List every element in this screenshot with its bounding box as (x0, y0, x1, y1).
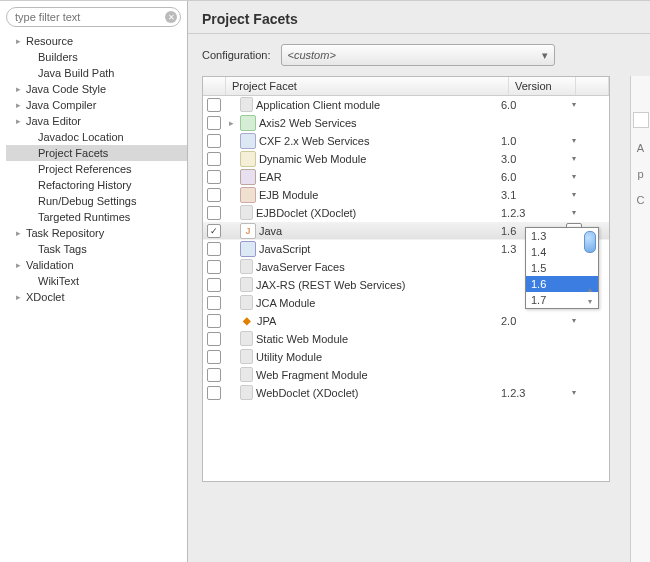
facet-name: Java (259, 225, 282, 237)
main-panel: Project Facets Configuration: <custom> P… (188, 1, 650, 562)
version-dropdown-button[interactable]: ▾ (572, 172, 576, 181)
version-dropdown[interactable]: 1.31.41.51.61.7 ▴ ▾ (525, 227, 599, 309)
facet-checkbox[interactable] (207, 260, 221, 274)
col-facet[interactable]: Project Facet (226, 77, 509, 95)
facet-name: Dynamic Web Module (259, 153, 366, 165)
dropdown-scrollbar[interactable]: ▴ ▾ (583, 229, 597, 307)
nav-item-task-tags[interactable]: Task Tags (6, 241, 187, 257)
facet-row[interactable]: ▸Axis2 Web Services (203, 114, 609, 132)
facet-version: 3.1 (501, 186, 561, 203)
tree-twisty-icon[interactable]: ▸ (16, 81, 26, 97)
facet-checkbox[interactable] (207, 98, 221, 112)
version-dropdown-button[interactable]: ▾ (572, 208, 576, 217)
scroll-up-icon[interactable]: ▴ (583, 283, 597, 295)
version-dropdown-button[interactable]: ▾ (572, 136, 576, 145)
nav-item-validation[interactable]: ▸Validation (6, 257, 187, 273)
facet-row[interactable]: Web Fragment Module (203, 366, 609, 384)
scroll-down-icon[interactable]: ▾ (583, 295, 597, 307)
nav-item-refactoring-history[interactable]: Refactoring History (6, 177, 187, 193)
facet-row[interactable]: Utility Module (203, 348, 609, 366)
facet-version: 6.0 (501, 168, 561, 185)
nav-item-java-build-path[interactable]: Java Build Path (6, 65, 187, 81)
facet-version (501, 348, 561, 365)
version-dropdown-button[interactable]: ▾ (572, 154, 576, 163)
nav-item-label: Builders (38, 49, 78, 65)
tree-twisty-icon[interactable]: ▸ (16, 289, 26, 305)
right-panel-item: A (637, 142, 644, 154)
filter-input[interactable] (13, 10, 162, 24)
facet-checkbox[interactable] (207, 332, 221, 346)
col-version[interactable]: Version (509, 77, 576, 95)
nav-item-label: Task Tags (38, 241, 87, 257)
right-panel-icon[interactable] (633, 112, 649, 128)
facet-checkbox[interactable] (207, 350, 221, 364)
version-dropdown-button[interactable]: ▾ (572, 316, 576, 325)
nav-item-builders[interactable]: Builders (6, 49, 187, 65)
row-twisty-icon[interactable]: ▸ (225, 118, 237, 128)
configuration-select[interactable]: <custom> (281, 44, 555, 66)
nav-item-java-editor[interactable]: ▸Java Editor (6, 113, 187, 129)
facet-checkbox[interactable] (207, 152, 221, 166)
facet-checkbox[interactable] (207, 386, 221, 400)
nav-item-targeted-runtimes[interactable]: Targeted Runtimes (6, 209, 187, 225)
facet-name: Web Fragment Module (256, 369, 368, 381)
facet-version: 1.2.3 (501, 204, 561, 221)
nav-item-run-debug-settings[interactable]: Run/Debug Settings (6, 193, 187, 209)
facet-checkbox[interactable] (207, 206, 221, 220)
facet-checkbox[interactable] (207, 188, 221, 202)
facet-checkbox[interactable] (207, 368, 221, 382)
facet-checkbox[interactable] (207, 242, 221, 256)
nav-item-xdoclet[interactable]: ▸XDoclet (6, 289, 187, 305)
facet-checkbox[interactable] (207, 116, 221, 130)
facet-name: Application Client module (256, 99, 380, 111)
facet-row[interactable]: ◆JPA2.0▾ (203, 312, 609, 330)
nav-item-project-references[interactable]: Project References (6, 161, 187, 177)
nav-item-resource[interactable]: ▸Resource (6, 33, 187, 49)
nav-item-label: XDoclet (26, 289, 65, 305)
facet-row[interactable]: CXF 2.x Web Services1.0▾ (203, 132, 609, 150)
configuration-label: Configuration: (202, 49, 271, 61)
nav-item-label: Task Repository (26, 225, 104, 241)
facet-checkbox[interactable] (207, 296, 221, 310)
tree-twisty-icon[interactable]: ▸ (16, 225, 26, 241)
facet-row[interactable]: EJBDoclet (XDoclet)1.2.3▾ (203, 204, 609, 222)
facet-version (501, 330, 561, 347)
tree-twisty-icon[interactable]: ▸ (16, 257, 26, 273)
tree-twisty-icon[interactable]: ▸ (16, 113, 26, 129)
ejb-icon (240, 187, 256, 203)
version-dropdown-button[interactable]: ▾ (572, 100, 576, 109)
facet-row[interactable]: WebDoclet (XDoclet)1.2.3▾ (203, 384, 609, 402)
facet-row[interactable]: Dynamic Web Module3.0▾ (203, 150, 609, 168)
facet-checkbox[interactable] (207, 134, 221, 148)
scrollbar-thumb[interactable] (584, 231, 596, 253)
facet-checkbox[interactable] (207, 170, 221, 184)
version-dropdown-button[interactable]: ▾ (572, 388, 576, 397)
filter-field[interactable]: ✕ (6, 7, 181, 27)
facet-name: WebDoclet (XDoclet) (256, 387, 359, 399)
facet-checkbox[interactable] (207, 314, 221, 328)
facet-checkbox[interactable]: ✓ (207, 224, 221, 238)
facet-row[interactable]: Static Web Module (203, 330, 609, 348)
facet-row[interactable]: Application Client module6.0▾ (203, 96, 609, 114)
nav-item-java-compiler[interactable]: ▸Java Compiler (6, 97, 187, 113)
doc-icon (240, 367, 253, 382)
nav-item-project-facets[interactable]: Project Facets (6, 145, 187, 161)
nav-item-java-code-style[interactable]: ▸Java Code Style (6, 81, 187, 97)
tree-twisty-icon[interactable]: ▸ (16, 97, 26, 113)
page-title: Project Facets (188, 1, 650, 33)
facet-name: JPA (257, 315, 276, 327)
facet-row[interactable]: EAR6.0▾ (203, 168, 609, 186)
clear-filter-icon[interactable]: ✕ (165, 11, 177, 23)
facet-checkbox[interactable] (207, 278, 221, 292)
nav-item-wikitext[interactable]: WikiText (6, 273, 187, 289)
facet-version: 1.0 (501, 132, 561, 149)
tree-twisty-icon[interactable]: ▸ (16, 33, 26, 49)
facet-row[interactable]: EJB Module3.1▾ (203, 186, 609, 204)
facet-version: 1.2.3 (501, 384, 561, 401)
sidebar: ✕ ▸ResourceBuildersJava Build Path▸Java … (0, 1, 188, 562)
nav-item-label: Java Code Style (26, 81, 106, 97)
version-dropdown-button[interactable]: ▾ (572, 190, 576, 199)
js-icon (240, 241, 256, 257)
nav-item-javadoc-location[interactable]: Javadoc Location (6, 129, 187, 145)
nav-item-task-repository[interactable]: ▸Task Repository (6, 225, 187, 241)
